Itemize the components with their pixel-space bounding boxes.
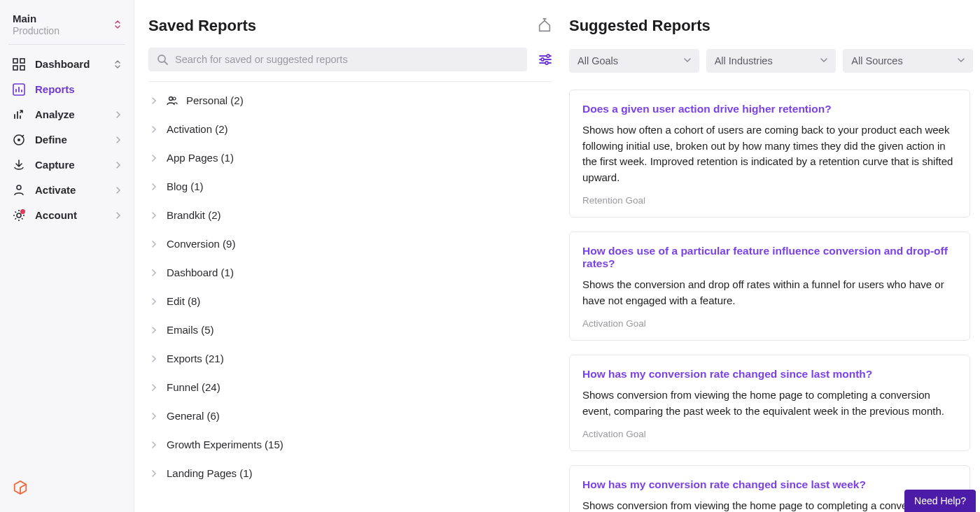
chevron-right-icon [151, 269, 158, 277]
svg-rect-0 [13, 59, 18, 63]
svg-point-8 [17, 213, 21, 218]
report-tag: Activation Goal [582, 429, 957, 439]
folder-row[interactable]: Edit (8) [148, 287, 552, 315]
people-icon [167, 96, 178, 106]
suggested-reports-title: Suggested Reports [569, 17, 973, 35]
filter-select[interactable]: All Goals [569, 49, 699, 73]
folder-row[interactable]: Conversion (9) [148, 229, 552, 258]
filter-label: All Industries [715, 55, 773, 66]
svg-rect-2 [13, 66, 18, 70]
chevron-right-icon [151, 97, 158, 105]
chevron-down-icon [684, 58, 691, 64]
folder-label: Funnel (24) [167, 381, 220, 393]
folder-row[interactable]: Landing Pages (1) [148, 459, 552, 488]
chevron-down-icon [958, 58, 965, 64]
folder-row[interactable]: Activation (2) [148, 115, 552, 143]
analyze-icon [13, 108, 25, 121]
suggested-report-card: How does use of a particular feature inf… [569, 232, 970, 341]
folder-label: Edit (8) [167, 295, 200, 307]
folder-label: Conversion (9) [167, 238, 235, 250]
chevron-right-icon [151, 297, 158, 306]
sidebar-item-dashboard[interactable]: Dashboard [7, 52, 127, 77]
chevron-right-icon [151, 125, 158, 134]
sidebar: Main Production Dashboard Reports [0, 0, 134, 512]
chevron-right-icon [115, 136, 121, 144]
sidebar-item-analyze[interactable]: Analyze [7, 102, 127, 127]
folder-label: Growth Experiments (15) [167, 439, 284, 450]
chevron-right-icon [151, 326, 158, 334]
folder-label: Blog (1) [167, 180, 204, 192]
folder-label: General (6) [167, 410, 220, 422]
chevron-right-icon [151, 355, 158, 363]
sidebar-item-define[interactable]: Define [7, 127, 127, 152]
chevron-right-icon [151, 412, 158, 420]
filter-label: All Goals [578, 55, 618, 66]
chevron-right-icon [151, 154, 158, 162]
svg-point-6 [18, 138, 20, 141]
report-description: Shows conversion from viewing the home p… [582, 387, 957, 419]
saved-reports-title: Saved Reports [148, 17, 527, 35]
filter-select[interactable]: All Industries [706, 49, 836, 73]
folder-label: App Pages (1) [167, 152, 234, 164]
sidebar-item-label: Account [35, 209, 77, 221]
sidebar-item-capture[interactable]: Capture [7, 152, 127, 178]
chevron-down-icon [820, 58, 827, 64]
search-input-wrapper[interactable] [148, 48, 527, 71]
sidebar-item-label: Reports [35, 83, 75, 95]
sidebar-item-label: Capture [35, 159, 75, 171]
workspace-name: Main [13, 13, 59, 25]
folder-row[interactable]: App Pages (1) [148, 143, 552, 172]
chevron-right-icon [151, 441, 158, 449]
folder-label: Emails (5) [167, 324, 214, 336]
report-description: Shows how often a cohort of users are co… [582, 122, 957, 185]
workspace-switcher[interactable]: Main Production [8, 11, 125, 45]
svg-point-10 [547, 55, 550, 57]
folder-row[interactable]: General (6) [148, 401, 552, 430]
folder-row[interactable]: Funnel (24) [148, 373, 552, 401]
folder-row[interactable]: Personal (2) [148, 86, 552, 115]
report-title-link[interactable]: How has my conversion rate changed since… [582, 368, 957, 381]
folder-label: Personal (2) [186, 94, 244, 106]
folder-label: Landing Pages (1) [167, 467, 253, 479]
folder-row[interactable]: Brandkit (2) [148, 201, 552, 229]
chevron-right-icon [115, 161, 121, 169]
folder-row[interactable]: Exports (21) [148, 344, 552, 373]
sidebar-item-reports[interactable]: Reports [7, 77, 127, 102]
sidebar-item-label: Dashboard [35, 58, 90, 70]
sidebar-item-label: Analyze [35, 108, 75, 120]
home-icon[interactable] [537, 18, 552, 34]
brand-logo [7, 474, 127, 501]
folder-row[interactable]: Growth Experiments (15) [148, 430, 552, 459]
svg-point-13 [169, 97, 173, 100]
sidebar-item-activate[interactable]: Activate [7, 178, 127, 203]
search-input[interactable] [175, 54, 519, 65]
gear-icon [13, 209, 25, 222]
sidebar-item-label: Define [35, 134, 67, 145]
chevron-right-icon [151, 211, 158, 220]
folder-row[interactable]: Blog (1) [148, 172, 552, 201]
report-title-link[interactable]: How does use of a particular feature inf… [582, 245, 957, 270]
folder-row[interactable]: Emails (5) [148, 315, 552, 344]
folder-label: Exports (21) [167, 353, 224, 364]
chevron-right-icon [151, 383, 158, 392]
report-tag: Activation Goal [582, 318, 957, 329]
folder-row[interactable]: Dashboard (1) [148, 258, 552, 287]
chevron-updown-icon [114, 19, 121, 30]
chevron-right-icon [115, 211, 121, 220]
report-title-link[interactable]: How has my conversion rate changed since… [582, 478, 957, 491]
grid-icon [13, 58, 25, 71]
report-description: Shows the conversion and drop off rates … [582, 277, 957, 308]
folder-label: Dashboard (1) [167, 266, 234, 278]
filter-select[interactable]: All Sources [843, 49, 973, 73]
svg-point-7 [17, 185, 21, 190]
workspace-env: Production [13, 25, 59, 37]
chevron-right-icon [151, 469, 158, 478]
suggested-report-card: How has my conversion rate changed since… [569, 355, 970, 451]
filter-settings-icon[interactable] [538, 53, 552, 66]
help-button[interactable]: Need Help? [904, 490, 976, 512]
search-icon [157, 54, 168, 65]
chevron-right-icon [115, 111, 121, 119]
sidebar-item-account[interactable]: Account [7, 203, 127, 228]
report-title-link[interactable]: Does a given user action drive higher re… [582, 103, 957, 115]
chevron-right-icon [115, 186, 121, 194]
